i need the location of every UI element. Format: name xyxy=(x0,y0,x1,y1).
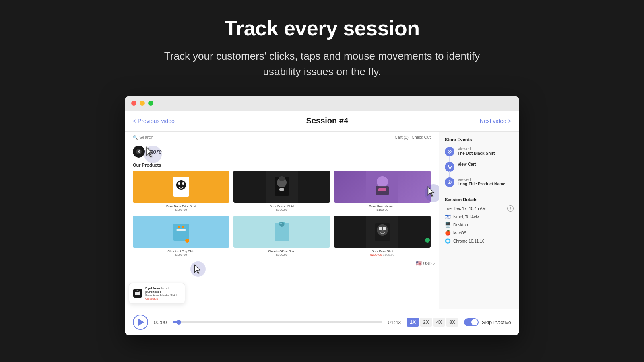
event-item-2: View Cart xyxy=(445,162,514,172)
play-button[interactable] xyxy=(133,315,148,330)
active-dot xyxy=(425,238,430,243)
svg-rect-11 xyxy=(279,188,284,191)
event-text-2: View Cart xyxy=(458,162,514,167)
products-section: Our Products xyxy=(125,160,439,259)
product-image-4 xyxy=(133,216,229,248)
info-icon[interactable]: ? xyxy=(507,205,514,212)
store-area: 🔍 Search Cart (0) Check Out S xyxy=(125,132,439,309)
cursor-icon-3 xyxy=(193,264,202,275)
store-cart-nav: Cart (0) Check Out xyxy=(395,135,431,140)
svg-rect-33 xyxy=(135,292,140,295)
browser-row: 🌐 Chrome 10.11.16 xyxy=(445,238,514,244)
product-card-2[interactable]: Bear Friend Shirt $100.00 xyxy=(233,171,330,212)
svg-point-35 xyxy=(449,151,450,152)
cart-icon-1 xyxy=(445,162,454,172)
skip-inactive-switch[interactable] xyxy=(464,318,479,326)
product-image-5 xyxy=(233,216,330,248)
product-price-5: $100.00 xyxy=(233,253,330,257)
session-details-section: Session Details Tue, Dec 17, 10:45 AM ? … xyxy=(445,193,514,244)
product-card-6[interactable]: Dark Bear Shirt $200.00 $100.00 xyxy=(334,216,431,257)
session-details-title: Session Details xyxy=(445,197,514,202)
flag-icon: 🇺🇸 xyxy=(416,261,422,266)
product-card-1[interactable]: Bear Back Print Shirt $100.00 xyxy=(133,171,229,212)
next-video-button[interactable]: Next video > xyxy=(480,118,511,124)
product-name-4: Checkout Tag Shirt xyxy=(133,249,229,253)
svg-point-13 xyxy=(377,176,388,187)
speed-1x[interactable]: 1X xyxy=(407,318,419,327)
speed-8x[interactable]: 8X xyxy=(446,318,458,327)
product-price-2: $100.00 xyxy=(233,208,330,212)
event-connector-2 xyxy=(449,171,450,177)
svg-rect-15 xyxy=(378,188,386,191)
search-placeholder: Search xyxy=(139,135,153,140)
notification-popup: Eyal from Israel purchased Bear Handshak… xyxy=(129,283,185,304)
traffic-light-minimize[interactable] xyxy=(140,101,145,106)
event-text-3: Viewed Long Title Product Name ... xyxy=(458,177,514,186)
store-header: 🔍 Search Cart (0) Check Out xyxy=(125,132,439,143)
store-search[interactable]: 🔍 Search xyxy=(133,135,153,140)
flag-detail-icon: 🇮🇱 xyxy=(445,214,451,220)
notif-text: Eyal from Israel purchased Bear Handshak… xyxy=(145,286,181,300)
time-start: 00:00 xyxy=(154,319,167,325)
prev-video-button[interactable]: < Previous video xyxy=(133,118,175,124)
device-row: 🖥️ Desktop xyxy=(445,222,514,228)
browser-titlebar xyxy=(125,96,519,111)
progress-fill xyxy=(173,321,179,323)
svg-rect-18 xyxy=(176,229,186,231)
product-name-1: Bear Back Print Shirt xyxy=(133,204,229,208)
product-card-3[interactable]: Bear Handshake... $100.00 xyxy=(334,171,431,212)
svg-point-36 xyxy=(449,168,450,169)
product-name-5: Classic Office Shirt xyxy=(233,249,330,253)
search-icon: 🔍 xyxy=(133,135,138,140)
product-card-4[interactable]: Checkout Tag Shirt $100.00 xyxy=(133,216,229,257)
progress-container[interactable] xyxy=(173,321,382,323)
view-icon-1 xyxy=(445,147,454,156)
progress-track[interactable] xyxy=(173,321,382,323)
speed-4x[interactable]: 4X xyxy=(433,318,446,327)
event-connector-1 xyxy=(449,156,450,162)
product-name-3: Bear Handshake... xyxy=(334,204,431,208)
usd-label[interactable]: USD xyxy=(423,261,432,266)
svg-point-6 xyxy=(182,182,184,185)
event-item-3: Viewed Long Title Product Name ... xyxy=(445,177,514,187)
store-logo: S xyxy=(133,146,145,158)
speed-controls: 1X 2X 4X 8X xyxy=(407,318,458,327)
checkout-label[interactable]: Check Out xyxy=(412,135,431,140)
desktop-icon: 🖥️ xyxy=(445,222,451,228)
product-card-5[interactable]: Classic Office Shirt $100.00 xyxy=(233,216,330,257)
traffic-light-close[interactable] xyxy=(131,101,136,106)
playback-bar: 00:00 01:43 1X 2X 4X 8X Skip inac xyxy=(125,309,519,335)
svg-point-32 xyxy=(381,230,384,232)
apple-icon: 🍎 xyxy=(445,230,451,236)
product-image-2 xyxy=(233,171,330,203)
time-end: 01:43 xyxy=(388,319,401,325)
speed-2x[interactable]: 2X xyxy=(420,318,432,327)
svg-point-30 xyxy=(379,227,382,230)
toggle-knob xyxy=(471,319,478,325)
timestamp-row: Tue, Dec 17, 10:45 AM ? xyxy=(445,205,514,212)
product-image-1 xyxy=(133,171,229,203)
cart-label[interactable]: Cart (0) xyxy=(395,135,409,140)
cursor-3-area xyxy=(193,264,202,276)
svg-rect-17 xyxy=(173,224,189,241)
notif-shop-icon xyxy=(133,289,142,298)
product-price-1: $100.00 xyxy=(133,208,229,212)
svg-point-5 xyxy=(178,182,180,185)
view-icon-2 xyxy=(445,177,454,187)
product-price-3: $100.00 xyxy=(334,208,431,212)
play-icon xyxy=(138,319,144,326)
chevron-right-icon: › xyxy=(433,261,435,266)
svg-point-37 xyxy=(450,168,451,169)
svg-point-19 xyxy=(178,226,180,228)
session-title: Session #4 xyxy=(306,116,349,125)
svg-point-10 xyxy=(279,176,285,181)
event-text-1: Viewed The Dot Black Shirt xyxy=(458,147,514,156)
product-price-6: $200.00 $100.00 xyxy=(334,253,431,257)
event-item-1: Viewed The Dot Black Shirt xyxy=(445,147,514,156)
session-content: 🔍 Search Cart (0) Check Out S xyxy=(125,132,519,309)
product-image-6 xyxy=(334,216,431,248)
svg-point-26 xyxy=(280,223,282,224)
product-name-6: Dark Bear Shirt xyxy=(334,249,431,253)
traffic-light-fullscreen[interactable] xyxy=(148,101,153,106)
svg-point-31 xyxy=(383,227,386,230)
